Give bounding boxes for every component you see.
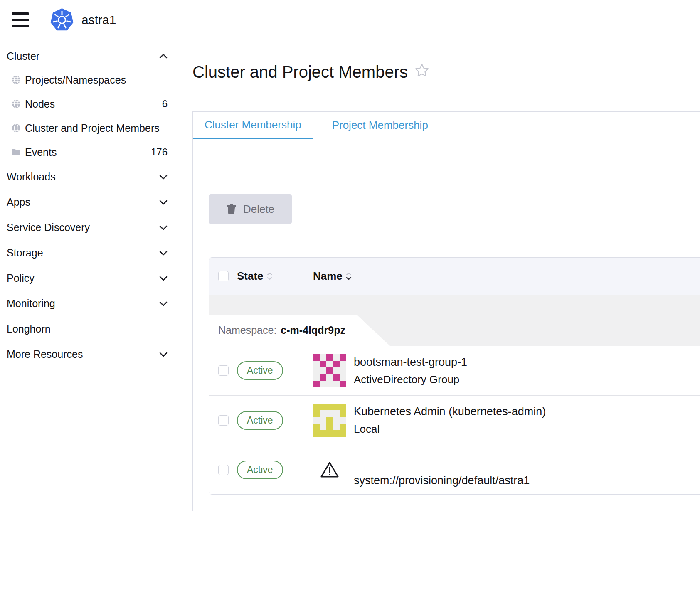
globe-icon	[12, 99, 21, 108]
column-header-state[interactable]: State	[237, 270, 273, 283]
identicon-avatar	[313, 354, 346, 387]
globe-icon	[12, 123, 21, 133]
table-row: Active bootsman-test-group-1 ActiveDirec…	[209, 346, 700, 395]
sort-icons	[267, 272, 273, 280]
status-text: Active	[247, 415, 273, 426]
member-type: Local	[354, 420, 546, 438]
trash-icon	[226, 204, 237, 215]
sidebar-item-label: Service Discovery	[7, 222, 159, 234]
member-type: ActiveDirectory Group	[354, 371, 467, 388]
tab-cluster-membership[interactable]: Cluster Membership	[193, 112, 313, 139]
top-header: astra1	[0, 0, 700, 40]
status-badge: Active	[237, 361, 283, 380]
sidebar-item-label: Policy	[7, 272, 159, 284]
identicon-avatar	[313, 404, 346, 437]
page-title: Cluster and Project Members	[192, 60, 408, 84]
chevron-down-icon	[159, 352, 168, 357]
sidebar-item-label: Longhorn	[7, 323, 168, 335]
tab-label: Project Membership	[332, 119, 428, 132]
chevron-down-icon	[159, 225, 168, 230]
sidebar-item-more-resources[interactable]: More Resources	[0, 342, 177, 367]
sidebar-item-label: Apps	[7, 196, 159, 208]
menu-hamburger-icon[interactable]	[12, 12, 29, 27]
status-badge: Active	[237, 461, 283, 479]
tab-project-membership[interactable]: Project Membership	[320, 112, 440, 139]
sidebar-item-storage[interactable]: Storage	[0, 240, 177, 266]
row-checkbox[interactable]	[218, 365, 229, 376]
sidebar-item-projects-namespaces[interactable]: Projects/Namespaces	[0, 68, 177, 92]
chevron-down-icon	[159, 200, 168, 205]
chevron-down-icon	[159, 276, 168, 281]
tab-label: Cluster Membership	[205, 118, 301, 131]
sidebar-item-label: Monitoring	[7, 298, 159, 310]
namespace-label: Namespace:	[218, 324, 276, 336]
item-count: 6	[162, 98, 177, 110]
cluster-name: astra1	[81, 13, 116, 27]
sidebar-section-label: Cluster	[7, 50, 159, 62]
sidebar-item-label: Events	[25, 146, 57, 158]
status-text: Active	[247, 365, 273, 376]
namespace-group-tab: Namespace: c-m-4lqdr9pz	[209, 315, 390, 346]
sidebar-item-nodes[interactable]: Nodes 6	[0, 92, 177, 116]
delete-button-label: Delete	[243, 203, 274, 216]
member-name[interactable]: bootsman-test-group-1	[354, 353, 467, 371]
sidebar-section-cluster[interactable]: Cluster	[0, 44, 177, 68]
table-row: Active system://provisio	[209, 445, 700, 494]
column-label: Name	[313, 270, 343, 283]
item-count: 176	[151, 146, 177, 158]
member-name[interactable]: system://provisioning/default/astra1	[354, 474, 530, 487]
sidebar-item-label: Nodes	[25, 98, 55, 110]
select-all-checkbox[interactable]	[218, 271, 229, 281]
member-name[interactable]: Kubernetes Admin (kubernetes-admin)	[354, 403, 546, 420]
namespace-value: c-m-4lqdr9pz	[281, 324, 345, 336]
table-header-row: State Name	[209, 258, 700, 295]
kubernetes-logo-icon	[50, 8, 74, 32]
namespace-group-row: Namespace: c-m-4lqdr9pz	[209, 295, 700, 346]
sidebar-item-apps[interactable]: Apps	[0, 190, 177, 215]
tab-bar: Cluster Membership Project Membership	[193, 112, 700, 139]
sidebar-item-events[interactable]: Events 176	[0, 140, 177, 164]
chevron-down-icon	[159, 251, 168, 256]
column-header-name[interactable]: Name	[313, 270, 352, 283]
membership-panel: Cluster Membership Project Membership De…	[192, 111, 700, 511]
delete-button[interactable]: Delete	[209, 194, 292, 224]
chevron-down-icon	[159, 175, 168, 180]
sort-icons	[346, 272, 352, 280]
sidebar-item-workloads[interactable]: Workloads	[0, 164, 177, 190]
status-text: Active	[247, 464, 273, 475]
folder-icon	[12, 148, 21, 157]
sidebar-item-service-discovery[interactable]: Service Discovery	[0, 215, 177, 240]
sidebar-item-label: Workloads	[7, 171, 159, 183]
table-row: Active Kubernetes Admin (kubernetes-admi…	[209, 395, 700, 445]
chevron-down-icon	[159, 301, 168, 306]
status-badge: Active	[237, 411, 283, 430]
sidebar-item-label: Projects/Namespaces	[25, 74, 126, 86]
favorite-star-icon[interactable]	[414, 63, 429, 78]
sidebar-item-monitoring[interactable]: Monitoring	[0, 291, 177, 316]
column-label: State	[237, 270, 264, 283]
members-table: State Name	[209, 257, 700, 495]
main-content: Cluster and Project Members Cluster Memb…	[177, 40, 700, 601]
sidebar-item-label: More Resources	[7, 348, 159, 360]
sidebar-item-cluster-and-project-members[interactable]: Cluster and Project Members	[0, 116, 177, 140]
sidebar-item-policy[interactable]: Policy	[0, 266, 177, 291]
chevron-up-icon	[159, 54, 168, 59]
sidebar-nav: Cluster Projects/Namespaces Nodes 6 Clus…	[0, 40, 177, 601]
row-checkbox[interactable]	[218, 465, 229, 475]
globe-icon	[12, 75, 21, 84]
warning-icon	[320, 461, 339, 478]
warning-avatar-box	[313, 453, 346, 486]
row-checkbox[interactable]	[218, 415, 229, 426]
sidebar-item-label: Storage	[7, 247, 159, 259]
sidebar-item-label: Cluster and Project Members	[25, 122, 160, 134]
sidebar-item-longhorn[interactable]: Longhorn	[0, 316, 177, 342]
